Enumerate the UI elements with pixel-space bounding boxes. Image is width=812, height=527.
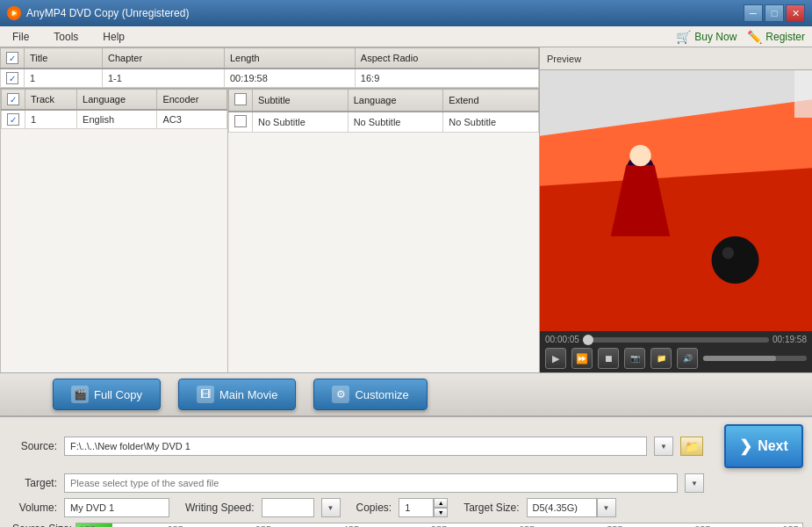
audio-track: 1 [25,110,77,129]
customize-button[interactable]: ⚙ Customize [313,379,427,410]
time-current: 00:00:05 [545,335,579,344]
stop-button[interactable]: ⏹ [598,348,619,369]
time-thumb[interactable] [583,335,593,345]
buy-now-button[interactable]: 🛒 Buy Now [676,30,737,44]
close-button[interactable]: ✕ [786,4,805,22]
full-copy-button[interactable]: 🎬 Full Copy [53,379,161,410]
select-all-check[interactable] [6,52,18,64]
video-frame [540,70,812,331]
titlebar: AnyMP4 DVD Copy (Unregistered) ─ □ ✕ [0,0,812,26]
play-button[interactable]: ▶ [545,348,566,369]
audio-col-check [2,90,25,111]
audio-select-all[interactable] [7,93,19,105]
main-content: Title Chapter Length Aspect Radio 1 1-1 … [0,47,812,372]
col-aspect: Aspect Radio [355,48,538,69]
menu-tools[interactable]: Tools [48,29,83,45]
next-button[interactable]: ❯ Next [724,424,803,468]
fast-forward-button[interactable]: ⏩ [571,348,593,369]
col-length: Length [225,48,356,69]
register-button[interactable]: ✏️ Register [747,30,805,44]
source-dropdown-button[interactable]: ▼ [654,437,673,456]
audio-col-language: Language [77,90,157,111]
app-title: AnyMP4 DVD Copy (Unregistered) [26,7,744,19]
writing-speed-label: Writing Speed: [185,502,255,514]
subtitle-table: Subtitle Language Extend No Subtitle No … [228,89,539,133]
buy-now-label: Buy Now [694,31,737,43]
sub-col-check [229,90,253,112]
sub-col-subtitle: Subtitle [253,90,349,112]
main-movie-label: Main Movie [219,388,277,401]
row-check[interactable] [1,69,25,88]
mute-button[interactable]: 🔊 [677,348,698,369]
full-copy-icon: 🎬 [71,386,89,403]
sub-checkbox[interactable] [234,115,247,127]
bottom-panel: Source: ▼ 📁 ❯ Next Target: ▼ Volume: Wri… [0,416,812,527]
source-label: Source: [9,440,57,452]
audio-row[interactable]: 1 English AC3 [2,110,227,129]
source-row: Source: ▼ 📁 ❯ Next [9,424,803,468]
volume-fill [703,356,776,361]
next-label: Next [758,438,788,454]
size-bar-section: Source Size: 1GB 2GB 3GB 4GB 5GB 6GB 7GB… [9,523,803,527]
audio-checkbox[interactable] [7,113,19,126]
target-size-input[interactable] [527,498,597,517]
target-row: Target: ▼ [9,473,803,493]
volume-bar[interactable] [703,356,807,361]
cell-title: 1 [25,69,103,88]
volume-input[interactable] [64,498,169,517]
time-bar[interactable] [583,337,769,343]
audio-language: English [77,110,157,129]
copies-down[interactable]: ▼ [434,508,448,517]
audio-col-encoder: Encoder [157,90,227,111]
copies-input[interactable] [399,498,434,517]
cell-chapter: 1-1 [102,69,224,88]
preview-video [540,70,812,331]
main-movie-icon: 🎞 [197,386,214,403]
menu-file[interactable]: File [7,29,34,45]
audio-panel: Track Language Encoder 1 English AC [0,89,228,372]
cart-icon: 🛒 [676,30,691,44]
left-panel: Title Chapter Length Aspect Radio 1 1-1 … [0,47,540,372]
menu-help[interactable]: Help [97,29,130,45]
size-bar: 1GB 2GB 3GB 4GB 5GB 6GB 7GB 8GB 9GB [75,523,803,527]
svg-point-7 [629,145,650,166]
app-icon [7,6,21,20]
sub-extend: No Subtitle [443,112,539,133]
target-size-dropdown[interactable]: ▼ [597,498,616,517]
writing-speed-dropdown[interactable]: ▼ [321,498,341,517]
subtitle-row[interactable]: No Subtitle No Subtitle No Subtitle [229,112,539,133]
maximize-button[interactable]: □ [765,4,784,22]
writing-speed-input[interactable] [262,498,314,517]
source-input[interactable] [64,437,647,456]
audio-col-track: Track [25,90,77,111]
target-input[interactable] [64,473,678,493]
preview-panel: Preview [540,47,812,372]
cell-aspect: 16:9 [355,69,538,88]
size-bar-label: Source Size: [9,523,72,527]
folder-open-button[interactable]: 📁 [650,348,672,369]
row-checkbox[interactable] [6,72,18,84]
browse-source-button[interactable]: 📁 [680,437,703,456]
copies-up[interactable]: ▲ [434,498,448,508]
sub-language: No Subtitle [348,112,443,133]
sub-check[interactable] [229,112,253,133]
volume-label: Volume: [9,502,57,514]
sub-col-language: Language [348,90,443,112]
menubar: File Tools Help 🛒 Buy Now ✏️ Register [0,26,812,47]
col-check [1,48,25,69]
preview-controls: 00:00:05 00:19:58 ▶ ⏩ ⏹ 📷 📁 🔊 [540,331,812,372]
svg-point-8 [712,236,759,284]
table-row[interactable]: 1 1-1 00:19:58 16:9 [1,69,539,88]
bottom-tables: Track Language Encoder 1 English AC [0,89,539,372]
target-label: Target: [9,477,57,489]
copies-label: Copies: [356,502,392,514]
target-dropdown-button[interactable]: ▼ [685,473,704,493]
minimize-button[interactable]: ─ [744,4,763,22]
main-movie-button[interactable]: 🎞 Main Movie [178,379,296,410]
customize-icon: ⚙ [332,386,349,403]
sub-select-all[interactable] [234,93,247,105]
action-bar: 🎬 Full Copy 🎞 Main Movie ⚙ Customize [0,372,812,416]
col-title: Title [25,48,103,69]
screenshot-button[interactable]: 📷 [624,348,645,369]
audio-check[interactable] [2,110,25,129]
